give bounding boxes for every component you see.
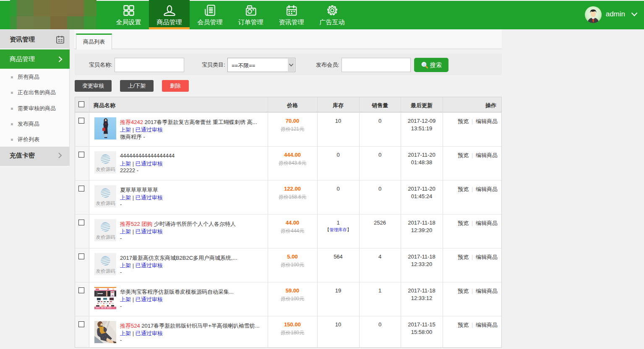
svg-text:友价源码: 友价源码 [96,201,115,206]
svg-text:友价源码: 友价源码 [96,269,115,274]
svg-text:友价源码: 友价源码 [96,167,115,172]
svg-text:友价源码: 友价源码 [96,235,115,240]
